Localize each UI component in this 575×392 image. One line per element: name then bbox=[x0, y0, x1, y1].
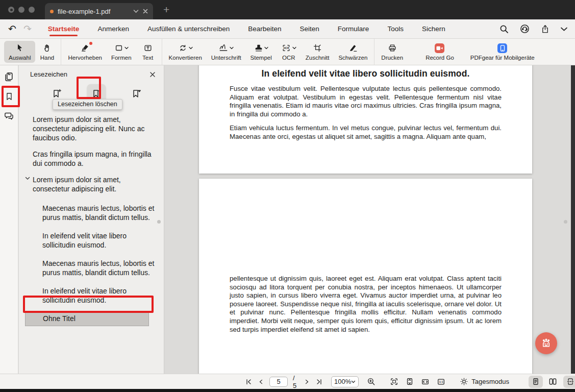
two-page-view-button[interactable] bbox=[546, 376, 560, 388]
single-page-view-button[interactable] bbox=[529, 376, 543, 388]
bookmark-item[interactable]: Lorem ipsum dolor sit amet, consectetur … bbox=[19, 173, 164, 196]
menu-tab-bearbeiten[interactable]: Bearbeiten bbox=[248, 20, 281, 37]
actual-size-icon[interactable]: 1:1 bbox=[437, 378, 445, 386]
notification-dot bbox=[89, 42, 92, 45]
status-bar: / 5 100% 1:1 Tagesmodus bbox=[0, 374, 575, 389]
tooltip: Lesezeichen löschen bbox=[53, 99, 122, 110]
panel-scroll-indicator[interactable] bbox=[157, 220, 161, 224]
menu-tab-formulare[interactable]: Formulare bbox=[338, 20, 369, 37]
window-zoom-button[interactable] bbox=[29, 7, 35, 13]
menu-tab-sichern[interactable]: Sichern bbox=[422, 20, 445, 37]
signature-tool-button[interactable]: Unterschrift bbox=[207, 41, 246, 63]
crop-tool-button[interactable]: Zuschnitt bbox=[301, 41, 334, 63]
chevron-down-icon bbox=[189, 46, 193, 50]
fit-page-icon[interactable] bbox=[390, 377, 398, 386]
record-go-button[interactable]: Record Go bbox=[421, 41, 459, 63]
first-page-icon[interactable] bbox=[245, 378, 253, 385]
zoom-in-icon[interactable] bbox=[367, 377, 376, 386]
bookmark-item[interactable]: Lorem ipsum dolor sit amet, consectetur … bbox=[19, 112, 164, 145]
redo-icon[interactable]: ↷ bbox=[23, 23, 32, 35]
text-tool-button[interactable]: Text bbox=[136, 41, 160, 63]
previous-page-icon[interactable] bbox=[258, 378, 264, 385]
thumbnails-panel-icon[interactable] bbox=[4, 71, 14, 82]
print-button[interactable]: Drucken bbox=[377, 41, 408, 63]
bookmark-item[interactable]: Maecenas mauris lectus, lobortis et puru… bbox=[19, 256, 164, 280]
continuous-scroll-view-button[interactable] bbox=[563, 376, 575, 388]
bookmark-item[interactable]: Maecenas mauris lectus, lobortis et puru… bbox=[19, 201, 164, 225]
panel-close-icon[interactable] bbox=[149, 71, 156, 78]
pdf-paragraph: pellentesque ut dignissim quis, laoreet … bbox=[230, 179, 502, 334]
undo-icon[interactable]: ↶ bbox=[8, 23, 16, 35]
unsaved-changes-dot bbox=[50, 10, 54, 13]
pdf-page-5[interactable]: pellentesque ut dignissim quis, laoreet … bbox=[199, 179, 532, 374]
pdf-page-4[interactable]: In eleifend velit vitae libero sollicitu… bbox=[199, 65, 532, 174]
pdf-paragraph: Etiam vehicula luctus fermentum. In vel … bbox=[230, 124, 502, 141]
zoom-level-value: 100% bbox=[334, 378, 351, 385]
window-close-button[interactable] bbox=[8, 7, 14, 13]
chevron-down-icon bbox=[264, 46, 268, 50]
bookmarks-panel-icon[interactable] bbox=[5, 91, 14, 102]
robot-icon bbox=[540, 337, 553, 350]
next-page-icon[interactable] bbox=[304, 378, 310, 385]
textbox-icon bbox=[143, 43, 153, 53]
document-tab[interactable]: file-example-1.pdf bbox=[45, 3, 153, 19]
support-assistant-icon[interactable] bbox=[519, 23, 530, 34]
svg-text:1:1: 1:1 bbox=[439, 380, 443, 383]
comments-panel-icon[interactable] bbox=[4, 111, 14, 121]
redact-icon bbox=[348, 43, 358, 53]
highlight-tool-button[interactable]: Hervorheben bbox=[63, 41, 106, 63]
sun-icon bbox=[460, 377, 468, 386]
zoom-level-select[interactable]: 100% bbox=[331, 376, 359, 387]
pdfgear-assistant-fab[interactable] bbox=[535, 332, 557, 354]
scrollbar-track[interactable] bbox=[571, 65, 575, 374]
ocr-tool-button[interactable]: OCR OCR bbox=[277, 41, 301, 63]
panel-title: Lesezeichen bbox=[30, 70, 67, 78]
pdfgear-mobile-button[interactable]: PDFgear für Mobilgeräte bbox=[466, 41, 539, 63]
bookmark-item[interactable]: In eleifend velit vitae libero sollicitu… bbox=[19, 229, 164, 252]
select-tool-button[interactable]: Auswahl bbox=[4, 41, 35, 63]
window-minimize-button[interactable] bbox=[18, 7, 24, 13]
document-viewport[interactable]: In eleifend velit vitae libero sollicitu… bbox=[165, 65, 575, 374]
traffic-lights bbox=[8, 7, 35, 13]
menu-tab-anmerken[interactable]: Anmerken bbox=[97, 20, 129, 37]
chevron-down-icon bbox=[230, 46, 234, 50]
fit-height-icon[interactable] bbox=[406, 377, 414, 386]
stamp-tool-button[interactable]: Stempel bbox=[246, 41, 277, 63]
menu-tab-startseite[interactable]: Startseite bbox=[48, 20, 80, 37]
chevron-down-icon bbox=[292, 46, 296, 50]
signature-icon bbox=[218, 43, 229, 53]
last-page-icon[interactable] bbox=[315, 378, 323, 385]
redact-tool-button[interactable]: Schwärzen bbox=[334, 41, 372, 63]
share-icon[interactable] bbox=[540, 24, 550, 34]
search-icon[interactable] bbox=[499, 24, 509, 34]
ribbon-menu-bar: ↶ ↷ Startseite Anmerken Ausfüllen & unte… bbox=[0, 19, 575, 39]
new-tab-button[interactable]: + bbox=[163, 4, 169, 16]
menu-tab-ausfuellen[interactable]: Ausfüllen & unterschreiben bbox=[147, 20, 230, 37]
bookmark-options-button[interactable] bbox=[127, 84, 145, 103]
fit-width-icon[interactable] bbox=[421, 378, 430, 386]
tab-dropdown-icon[interactable] bbox=[133, 9, 139, 13]
page-number-input[interactable] bbox=[269, 377, 288, 387]
convert-tool-button[interactable]: Konvertieren bbox=[164, 41, 207, 63]
page-total-label: / 5 bbox=[293, 374, 298, 389]
bookmark-list: Lorem ipsum dolor sit amet, consectetur … bbox=[19, 112, 164, 326]
doc-scroll-indicator[interactable] bbox=[564, 220, 567, 224]
menu-tab-seiten[interactable]: Seiten bbox=[300, 20, 319, 37]
bookmark-item[interactable]: Cras fringilla ipsum magna, in fringilla… bbox=[19, 147, 164, 170]
shapes-tool-button[interactable]: Formen bbox=[107, 41, 136, 63]
hand-tool-button[interactable]: Hand bbox=[35, 41, 59, 63]
pdf-paragraph: Fusce vitae vestibulum velit. Pellentesq… bbox=[230, 85, 502, 118]
stamp-icon bbox=[254, 43, 263, 53]
window-titlebar: file-example-1.pdf + bbox=[0, 0, 575, 19]
tab-close-icon[interactable] bbox=[143, 9, 148, 14]
menu-tab-tools[interactable]: Tools bbox=[387, 20, 404, 37]
day-mode-label: Tagesmodus bbox=[471, 378, 509, 385]
bookmark-item[interactable]: In eleifend velit vitae libero sollicitu… bbox=[19, 284, 164, 307]
quick-tools-toolbar: Auswahl Hand Hervorheben Formen bbox=[0, 39, 575, 65]
collapse-chevron-icon[interactable] bbox=[25, 177, 30, 180]
pdf-heading: In eleifend velit vitae libero sollicitu… bbox=[230, 65, 502, 79]
bookmark-item-selected[interactable]: Ohne Titel bbox=[25, 311, 149, 326]
collapse-toolbar-icon[interactable] bbox=[560, 27, 568, 32]
day-mode-toggle[interactable]: Tagesmodus bbox=[460, 377, 509, 386]
bookmarks-panel: Lesezeichen Lesezeichen löschen Lorem ip… bbox=[19, 65, 164, 374]
